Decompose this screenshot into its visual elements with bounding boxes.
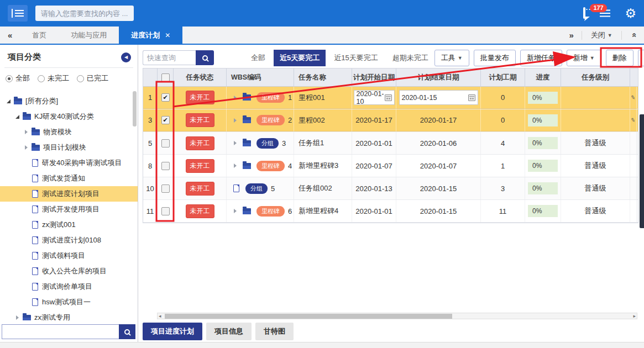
start-date-input[interactable]: 2020-01-10	[354, 90, 395, 105]
toolbar-buttons: 工具▼批量发布新增任务新增▼删除批量保存	[434, 50, 644, 66]
button-批量发布[interactable]: 批量发布	[474, 50, 516, 66]
row-checkbox[interactable]	[161, 162, 170, 170]
row-checkbox[interactable]	[161, 116, 170, 124]
scroll-right-icon[interactable]: ▸	[632, 313, 637, 319]
tabs-scroll-left-icon[interactable]: «	[0, 27, 20, 44]
horizontal-scrollbar[interactable]: ◂ ▸	[157, 313, 637, 319]
search-icon	[124, 329, 130, 335]
radio-已完工[interactable]: 已完工	[77, 73, 108, 83]
apps-menu-icon[interactable]	[600, 13, 610, 14]
tree-item-hsw测试项目一[interactable]: hsw测试项目一	[0, 294, 138, 310]
tree-item-测试进度计划0108[interactable]: 测试进度计划0108	[0, 233, 138, 248]
start-date-cell: 2020-01-01	[352, 132, 396, 154]
filter-全部[interactable]: 全部	[245, 50, 271, 66]
tab-首页[interactable]: 首页	[20, 27, 59, 44]
global-search-input[interactable]	[35, 6, 134, 21]
row-checkbox[interactable]	[161, 207, 170, 215]
folder-icon	[32, 145, 40, 151]
file-icon	[32, 236, 38, 244]
expand-caret-icon[interactable]	[231, 209, 239, 213]
tree-caret-icon[interactable]	[13, 315, 21, 320]
filter-近15天要完工[interactable]: 近15天要完工	[328, 50, 384, 66]
expand-caret-icon[interactable]	[231, 96, 239, 100]
tree-item-测试发货通知[interactable]: 测试发货通知	[0, 171, 138, 186]
sidebar-collapse-button[interactable]: ◀	[121, 52, 131, 62]
messages-button[interactable]: 177	[583, 8, 585, 18]
select-all-checkbox[interactable]	[161, 73, 170, 82]
expand-caret-icon[interactable]	[231, 164, 239, 168]
filter-超期未完工[interactable]: 超期未完工	[386, 50, 434, 66]
radio-未完工[interactable]: 未完工	[38, 73, 69, 83]
wbs-number: 4	[288, 162, 292, 170]
tree-caret-icon[interactable]	[22, 130, 30, 134]
tree-item-研发40采购申请测试项目[interactable]: 研发40采购申请测试项目	[0, 155, 138, 171]
close-icon[interactable]: ✕	[165, 31, 170, 39]
button-新增[interactable]: 新增▼	[567, 50, 601, 66]
expand-caret-icon[interactable]	[231, 118, 239, 123]
file-icon	[32, 221, 38, 229]
column-header-empty	[143, 68, 158, 86]
button-删除[interactable]: 删除	[606, 50, 633, 66]
close-tabs-dropdown[interactable]: 关闭 ▼	[582, 30, 621, 40]
row-checkbox[interactable]	[161, 93, 170, 102]
bottom-tab-项目进度计划[interactable]: 项目进度计划	[143, 323, 202, 340]
bottom-view-tabs: 项目进度计划项目信息甘特图	[143, 323, 294, 340]
scrollbar-thumb[interactable]	[165, 314, 452, 319]
radio-全部[interactable]: 全部	[6, 73, 30, 83]
filter-近5天要完工[interactable]: 近5天要完工	[274, 50, 326, 66]
tree-item-测试进度计划项目[interactable]: 测试进度计划项目	[0, 186, 138, 202]
calendar-icon[interactable]	[385, 94, 392, 101]
row-number: 11	[143, 200, 158, 222]
expand-caret-icon[interactable]	[231, 141, 239, 145]
button-批量保存[interactable]: 批量保存	[638, 50, 644, 66]
scroll-left-icon[interactable]: ◂	[158, 313, 163, 319]
tree-item-项目计划模块[interactable]: 项目计划模块	[0, 140, 138, 155]
tree-item-物资模块[interactable]: 物资模块	[0, 124, 138, 140]
tree-item-收入公共仓库的项目[interactable]: 收入公共仓库的项目	[0, 263, 138, 279]
tree-caret-icon[interactable]	[4, 99, 12, 103]
edit-flag-cell	[630, 155, 637, 177]
tree-item-测试开发使用项目[interactable]: 测试开发使用项目	[0, 202, 138, 217]
row-checkbox[interactable]	[161, 184, 170, 193]
tree-item-label: 项目计划模块	[43, 143, 86, 152]
end-date-input[interactable]: 2020-01-15	[399, 90, 478, 105]
tree-search-button[interactable]	[119, 324, 135, 339]
folder-icon	[243, 140, 251, 146]
button-新增任务[interactable]: 新增任务	[520, 50, 562, 66]
status-badge: 未开工	[186, 136, 214, 150]
button-label: 新增	[573, 53, 588, 63]
task-name-cell: 任务组1	[294, 132, 352, 154]
duration-cell: 0	[481, 109, 525, 131]
progress-cell: 0%	[525, 87, 561, 109]
side-drawer-handle[interactable]	[640, 114, 644, 228]
date-value: 2020-01-10	[357, 90, 385, 106]
sidebar-toggle-button[interactable]	[8, 5, 28, 22]
row-checkbox[interactable]	[161, 139, 170, 147]
tree-search-input[interactable]	[2, 324, 119, 339]
start-date-cell: 2020-01-07	[352, 155, 396, 177]
tree-item-zx测试001[interactable]: zx测试001	[0, 217, 138, 233]
tab-功能与应用[interactable]: 功能与应用	[59, 27, 119, 44]
tree-item-测试询价单项目[interactable]: 测试询价单项目	[0, 279, 138, 294]
tree-caret-icon[interactable]	[22, 145, 30, 150]
button-工具[interactable]: 工具▼	[434, 50, 469, 66]
bottom-tab-甘特图[interactable]: 甘特图	[255, 323, 294, 340]
bottom-tab-项目信息[interactable]: 项目信息	[206, 323, 252, 340]
wbs-number: 1	[288, 93, 292, 102]
quick-search-button[interactable]	[196, 50, 214, 65]
tree-item-KJ研发40测试分类[interactable]: KJ研发40测试分类	[0, 109, 138, 124]
tree-caret-icon[interactable]	[13, 115, 21, 119]
tree-scrollbar-thumb[interactable]	[133, 91, 137, 126]
collapse-panel-button[interactable]: »	[622, 30, 644, 40]
tab-进度计划[interactable]: 进度计划✕	[119, 27, 182, 44]
calendar-icon[interactable]	[468, 94, 475, 101]
tree-item-zx测试专用[interactable]: zx测试专用	[0, 310, 138, 320]
tree-item-[所有分类][interactable]: [所有分类]	[0, 93, 138, 109]
gear-icon[interactable]: ⚙	[625, 7, 636, 20]
quick-search-input[interactable]	[143, 50, 196, 65]
tabs-scroll-right-icon[interactable]: »	[561, 30, 581, 40]
progress-cell: 0%	[525, 177, 561, 199]
tree-item-测试领料项目[interactable]: 测试领料项目	[0, 248, 138, 263]
column-header-计划工期: 计划工期	[481, 68, 525, 86]
button-label: 工具	[441, 53, 455, 63]
